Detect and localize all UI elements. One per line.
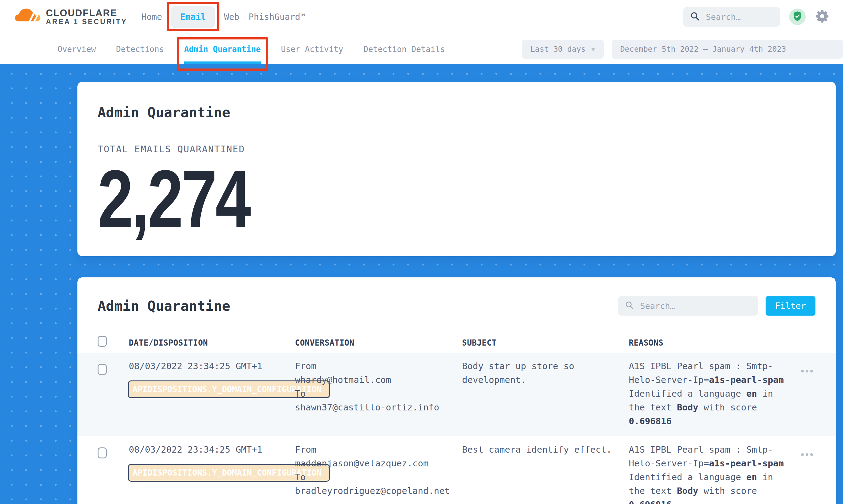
gear-icon: [815, 10, 829, 24]
quarantine-card: Admin Quarantine Filter DATE/DISPOSITION…: [77, 277, 836, 504]
active-tab-underline: [184, 61, 261, 64]
row-reasons: A1S IPBL Pearl spam : Smtp-Helo-Server-I…: [629, 359, 795, 428]
search-icon: [690, 11, 700, 22]
search-icon: [625, 301, 634, 311]
table-row: 08/03/2022 23:34:25 GMT+1 From maddenjas…: [77, 436, 836, 504]
nav-item-email[interactable]: Email: [171, 6, 215, 28]
from-label: From: [295, 443, 462, 456]
main-content: Admin Quarantine TOTAL EMAILS QUARANTINE…: [0, 64, 843, 504]
row-checkbox[interactable]: [98, 447, 107, 458]
top-nav: CLOUDFLARE’ AREA 1 SECURITY Home Email W…: [0, 0, 843, 34]
row-conversation: From maddenjason@velazquez.com To bradle…: [295, 443, 462, 504]
security-status-badge[interactable]: [789, 8, 806, 25]
from-address: whardy@hotmail.com: [295, 373, 462, 387]
quarantine-search[interactable]: [618, 296, 758, 316]
row-menu-button[interactable]: [801, 370, 836, 373]
row-date: 08/03/2022 23:34:25 GMT+1: [129, 443, 295, 456]
cloudflare-cloud-icon: [11, 7, 41, 26]
summary-card-title: Admin Quarantine: [98, 104, 815, 121]
tab-detections[interactable]: Detections: [116, 34, 164, 64]
global-search-input[interactable]: [705, 12, 773, 22]
date-range-display[interactable]: December 5th 2022 — January 4th 2023: [612, 40, 843, 59]
shield-check-icon: [793, 11, 802, 23]
time-range-button[interactable]: Last 30 days ▼: [522, 40, 604, 59]
row-conversation: From whardy@hotmail.com To shawn37@casti…: [295, 359, 462, 428]
row-menu-button[interactable]: [801, 453, 836, 456]
global-search[interactable]: [683, 7, 780, 26]
summary-card: Admin Quarantine TOTAL EMAILS QUARANTINE…: [77, 82, 836, 256]
caret-down-icon: ▼: [591, 46, 595, 52]
to-label: To: [295, 470, 462, 484]
row-reasons: A1S IPBL Pearl spam : Smtp-Helo-Server-I…: [629, 443, 795, 504]
nav-item-web[interactable]: Web: [224, 12, 240, 22]
nav-item-home[interactable]: Home: [141, 12, 162, 22]
brand-trademark: ’: [118, 8, 119, 13]
column-header-reasons: REASONS: [629, 338, 795, 347]
nav-item-phishguard[interactable]: PhishGuard™: [249, 12, 305, 22]
column-header-date-disposition: DATE/DISPOSITION: [129, 338, 295, 347]
column-header-conversation: CONVERSATION: [295, 338, 462, 347]
tab-admin-quarantine[interactable]: Admin Quarantine: [184, 34, 261, 64]
tab-detection-details[interactable]: Detection Details: [364, 34, 445, 64]
row-date: 08/03/2022 23:34:25 GMT+1: [129, 359, 295, 373]
tab-user-activity[interactable]: User Activity: [281, 34, 343, 64]
from-address: maddenjason@velazquez.com: [295, 456, 462, 470]
quarantine-search-input[interactable]: [639, 301, 752, 311]
row-subject: Body star up store so development.: [462, 359, 629, 428]
to-address: bradleyrodriguez@copeland.net: [295, 484, 462, 498]
primary-nav: Home Email Web PhishGuard™: [141, 6, 305, 28]
to-label: To: [295, 387, 462, 401]
tab-overview[interactable]: Overview: [57, 34, 96, 64]
table-row: 08/03/2022 23:34:25 GMT+1 From whardy@ho…: [77, 353, 836, 436]
to-address: shawn37@castillo-ortiz.info: [295, 401, 462, 414]
column-header-subject: SUBJECT: [462, 338, 629, 347]
cloudflare-logo[interactable]: CLOUDFLARE’ AREA 1 SECURITY: [11, 7, 127, 26]
row-subject: Best camera identify effect.: [462, 443, 629, 504]
row-checkbox[interactable]: [98, 364, 107, 375]
filter-button[interactable]: Filter: [766, 296, 815, 316]
brand-subtitle: AREA 1 SECURITY: [46, 18, 127, 26]
table-body: 08/03/2022 23:34:25 GMT+1 From whardy@ho…: [77, 353, 836, 504]
select-all-checkbox[interactable]: [98, 336, 107, 347]
from-label: From: [295, 359, 462, 373]
table-header: DATE/DISPOSITION CONVERSATION SUBJECT RE…: [77, 336, 836, 347]
settings-button[interactable]: [815, 10, 829, 24]
brand-name: CLOUDFLARE: [46, 8, 118, 18]
email-sub-nav: Overview Detections Admin Quarantine Use…: [0, 34, 843, 64]
metric-value: 2,274: [98, 159, 249, 239]
quarantine-card-title: Admin Quarantine: [98, 298, 230, 314]
